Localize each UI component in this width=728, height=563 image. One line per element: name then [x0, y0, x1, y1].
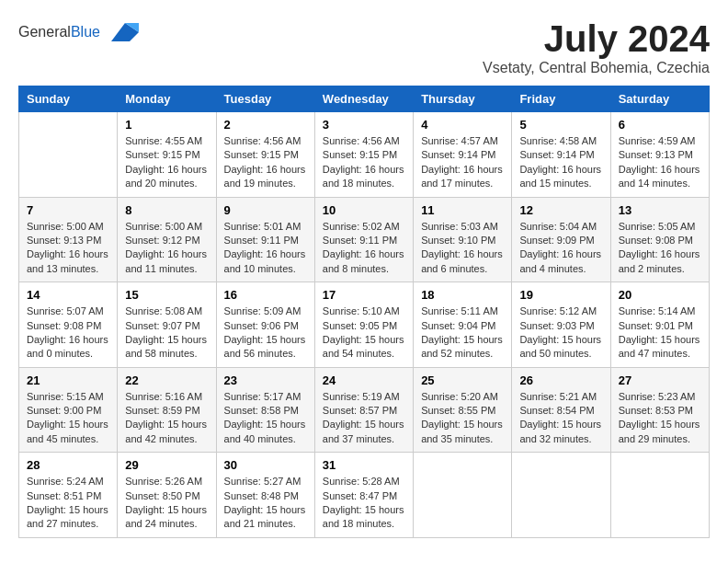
- calendar-cell: 24Sunrise: 5:19 AM Sunset: 8:57 PM Dayli…: [314, 367, 413, 453]
- calendar-cell: [512, 453, 610, 538]
- column-header-friday: Friday: [512, 86, 610, 112]
- calendar-cell: 5Sunrise: 4:58 AM Sunset: 9:14 PM Daylig…: [512, 112, 610, 198]
- calendar-cell: 22Sunrise: 5:16 AM Sunset: 8:59 PM Dayli…: [118, 367, 216, 453]
- day-info: Sunrise: 5:12 AM Sunset: 9:03 PM Dayligh…: [519, 304, 602, 362]
- calendar-cell: 12Sunrise: 5:04 AM Sunset: 9:09 PM Dayli…: [512, 197, 610, 282]
- day-number: 11: [421, 203, 504, 217]
- column-header-thursday: Thursday: [414, 86, 512, 112]
- day-info: Sunrise: 5:26 AM Sunset: 8:50 PM Dayligh…: [125, 475, 208, 532]
- day-info: Sunrise: 4:55 AM Sunset: 9:15 PM Dayligh…: [125, 134, 208, 191]
- calendar-cell: 13Sunrise: 5:05 AM Sunset: 9:08 PM Dayli…: [610, 197, 709, 282]
- day-info: Sunrise: 5:05 AM Sunset: 9:08 PM Dayligh…: [619, 220, 701, 277]
- day-info: Sunrise: 5:16 AM Sunset: 8:59 PM Dayligh…: [125, 390, 208, 447]
- calendar-cell: 26Sunrise: 5:21 AM Sunset: 8:54 PM Dayli…: [512, 367, 610, 453]
- calendar-cell: 25Sunrise: 5:20 AM Sunset: 8:55 PM Dayli…: [414, 367, 512, 453]
- page-header: GeneralBlue July 2024 Vsetaty, Central B…: [18, 18, 710, 76]
- logo-icon: [102, 18, 139, 46]
- day-info: Sunrise: 4:56 AM Sunset: 9:15 PM Dayligh…: [323, 134, 405, 191]
- day-info: Sunrise: 5:15 AM Sunset: 9:00 PM Dayligh…: [27, 390, 109, 447]
- day-number: 1: [125, 118, 208, 132]
- calendar-cell: 4Sunrise: 4:57 AM Sunset: 9:14 PM Daylig…: [414, 112, 512, 198]
- day-number: 21: [27, 373, 109, 387]
- location-subtitle: Vsetaty, Central Bohemia, Czechia: [483, 60, 710, 76]
- day-number: 29: [125, 458, 208, 472]
- day-number: 15: [125, 288, 208, 302]
- day-info: Sunrise: 4:56 AM Sunset: 9:15 PM Dayligh…: [224, 134, 307, 191]
- calendar-cell: 21Sunrise: 5:15 AM Sunset: 9:00 PM Dayli…: [19, 367, 118, 453]
- day-info: Sunrise: 5:07 AM Sunset: 9:08 PM Dayligh…: [27, 304, 109, 362]
- month-year-title: July 2024: [483, 18, 710, 60]
- calendar-cell: 2Sunrise: 4:56 AM Sunset: 9:15 PM Daylig…: [216, 112, 314, 198]
- calendar-cell: 19Sunrise: 5:12 AM Sunset: 9:03 PM Dayli…: [512, 282, 610, 368]
- day-number: 9: [224, 203, 307, 217]
- logo: GeneralBlue: [18, 18, 139, 46]
- day-number: 27: [619, 373, 701, 387]
- day-number: 13: [619, 203, 701, 217]
- day-number: 19: [519, 288, 602, 302]
- day-number: 12: [519, 203, 602, 217]
- day-info: Sunrise: 5:19 AM Sunset: 8:57 PM Dayligh…: [323, 390, 405, 447]
- day-info: Sunrise: 5:00 AM Sunset: 9:12 PM Dayligh…: [125, 220, 208, 277]
- calendar-table: SundayMondayTuesdayWednesdayThursdayFrid…: [18, 86, 710, 538]
- column-header-sunday: Sunday: [19, 86, 118, 112]
- calendar-cell: [19, 112, 118, 198]
- day-number: 16: [224, 288, 307, 302]
- column-header-wednesday: Wednesday: [314, 86, 413, 112]
- day-info: Sunrise: 5:09 AM Sunset: 9:06 PM Dayligh…: [224, 304, 307, 362]
- day-number: 17: [323, 288, 405, 302]
- day-info: Sunrise: 5:24 AM Sunset: 8:51 PM Dayligh…: [27, 475, 109, 532]
- day-info: Sunrise: 5:14 AM Sunset: 9:01 PM Dayligh…: [619, 304, 701, 362]
- calendar-cell: 27Sunrise: 5:23 AM Sunset: 8:53 PM Dayli…: [610, 367, 709, 453]
- day-number: 7: [27, 203, 109, 217]
- calendar-cell: 15Sunrise: 5:08 AM Sunset: 9:07 PM Dayli…: [118, 282, 216, 368]
- day-info: Sunrise: 5:03 AM Sunset: 9:10 PM Dayligh…: [421, 220, 504, 277]
- calendar-cell: 16Sunrise: 5:09 AM Sunset: 9:06 PM Dayli…: [216, 282, 314, 368]
- calendar-cell: [414, 453, 512, 538]
- calendar-header-row: SundayMondayTuesdayWednesdayThursdayFrid…: [19, 86, 710, 112]
- day-number: 24: [323, 373, 405, 387]
- calendar-cell: 9Sunrise: 5:01 AM Sunset: 9:11 PM Daylig…: [216, 197, 314, 282]
- day-info: Sunrise: 5:21 AM Sunset: 8:54 PM Dayligh…: [519, 390, 602, 447]
- day-info: Sunrise: 5:27 AM Sunset: 8:48 PM Dayligh…: [224, 475, 307, 532]
- day-number: 6: [619, 118, 701, 132]
- day-info: Sunrise: 5:11 AM Sunset: 9:04 PM Dayligh…: [421, 304, 504, 362]
- day-info: Sunrise: 5:08 AM Sunset: 9:07 PM Dayligh…: [125, 304, 208, 362]
- day-info: Sunrise: 5:01 AM Sunset: 9:11 PM Dayligh…: [224, 220, 307, 277]
- calendar-week-row: 7Sunrise: 5:00 AM Sunset: 9:13 PM Daylig…: [19, 197, 710, 282]
- day-info: Sunrise: 4:58 AM Sunset: 9:14 PM Dayligh…: [519, 134, 602, 191]
- day-number: 14: [27, 288, 109, 302]
- day-number: 5: [519, 118, 602, 132]
- day-number: 28: [27, 458, 109, 472]
- calendar-cell: 6Sunrise: 4:59 AM Sunset: 9:13 PM Daylig…: [610, 112, 709, 198]
- day-number: 31: [323, 458, 405, 472]
- day-number: 25: [421, 373, 504, 387]
- calendar-cell: 8Sunrise: 5:00 AM Sunset: 9:12 PM Daylig…: [118, 197, 216, 282]
- calendar-week-row: 1Sunrise: 4:55 AM Sunset: 9:15 PM Daylig…: [19, 112, 710, 198]
- calendar-cell: 11Sunrise: 5:03 AM Sunset: 9:10 PM Dayli…: [414, 197, 512, 282]
- day-number: 10: [323, 203, 405, 217]
- day-number: 20: [619, 288, 701, 302]
- calendar-week-row: 21Sunrise: 5:15 AM Sunset: 9:00 PM Dayli…: [19, 367, 710, 453]
- day-number: 30: [224, 458, 307, 472]
- day-info: Sunrise: 5:00 AM Sunset: 9:13 PM Dayligh…: [27, 220, 109, 277]
- day-number: 2: [224, 118, 307, 132]
- day-number: 26: [519, 373, 602, 387]
- calendar-cell: 29Sunrise: 5:26 AM Sunset: 8:50 PM Dayli…: [118, 453, 216, 538]
- day-info: Sunrise: 5:02 AM Sunset: 9:11 PM Dayligh…: [323, 220, 405, 277]
- calendar-cell: 3Sunrise: 4:56 AM Sunset: 9:15 PM Daylig…: [314, 112, 413, 198]
- day-info: Sunrise: 5:17 AM Sunset: 8:58 PM Dayligh…: [224, 390, 307, 447]
- day-number: 8: [125, 203, 208, 217]
- calendar-cell: [610, 453, 709, 538]
- calendar-cell: 7Sunrise: 5:00 AM Sunset: 9:13 PM Daylig…: [19, 197, 118, 282]
- calendar-cell: 10Sunrise: 5:02 AM Sunset: 9:11 PM Dayli…: [314, 197, 413, 282]
- day-number: 18: [421, 288, 504, 302]
- day-number: 23: [224, 373, 307, 387]
- calendar-cell: 20Sunrise: 5:14 AM Sunset: 9:01 PM Dayli…: [610, 282, 709, 368]
- day-info: Sunrise: 5:28 AM Sunset: 8:47 PM Dayligh…: [323, 475, 405, 532]
- day-number: 3: [323, 118, 405, 132]
- calendar-cell: 18Sunrise: 5:11 AM Sunset: 9:04 PM Dayli…: [414, 282, 512, 368]
- column-header-saturday: Saturday: [610, 86, 709, 112]
- calendar-week-row: 28Sunrise: 5:24 AM Sunset: 8:51 PM Dayli…: [19, 453, 710, 538]
- calendar-week-row: 14Sunrise: 5:07 AM Sunset: 9:08 PM Dayli…: [19, 282, 710, 368]
- calendar-cell: 17Sunrise: 5:10 AM Sunset: 9:05 PM Dayli…: [314, 282, 413, 368]
